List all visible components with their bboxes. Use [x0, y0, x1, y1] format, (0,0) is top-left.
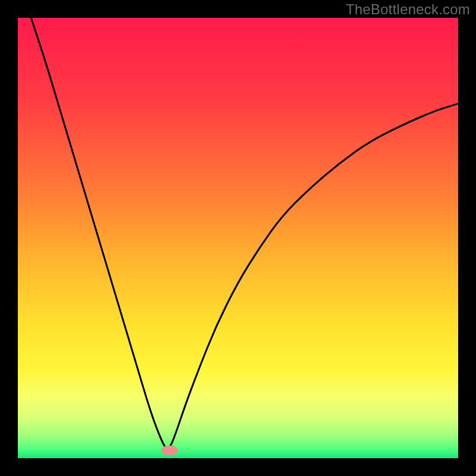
bottleneck-curve — [31, 18, 458, 449]
chart-stage: TheBottleneck.com — [0, 0, 476, 476]
optimum-marker — [161, 446, 178, 455]
watermark-text: TheBottleneck.com — [346, 1, 470, 18]
curve-layer — [18, 18, 458, 458]
plot-area — [18, 18, 458, 458]
